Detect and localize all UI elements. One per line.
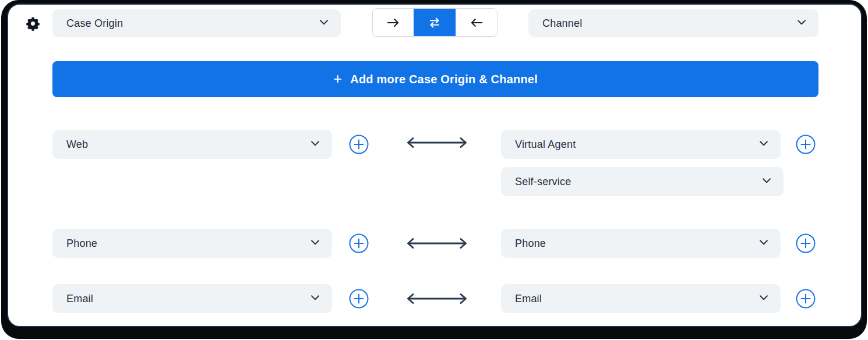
email-target-select[interactable]: Email <box>501 284 781 313</box>
chevron-down-icon <box>760 174 773 189</box>
direction-left-to-right-button[interactable] <box>373 9 414 36</box>
mapping-card: Case Origin <box>7 3 862 327</box>
arrows-swap-icon <box>427 15 442 30</box>
bidirectional-map-arrow-icon <box>404 136 470 150</box>
virtual-agent-target-label: Virtual Agent <box>515 139 576 151</box>
case-origin-field-label: Case Origin <box>66 17 123 30</box>
plus-circle-icon <box>796 147 816 156</box>
web-source-select[interactable]: Web <box>52 130 332 159</box>
phone-source-select[interactable]: Phone <box>52 229 332 258</box>
arrow-left-icon <box>469 15 484 30</box>
add-phone-target-value-button[interactable] <box>796 233 816 253</box>
email-target-label: Email <box>515 293 542 305</box>
email-source-label: Email <box>66 293 93 305</box>
plus-circle-icon <box>349 246 369 255</box>
plus-circle-icon <box>796 302 816 310</box>
plus-icon: + <box>333 71 342 86</box>
chevron-down-icon <box>757 236 770 251</box>
mapping-direction-toggle <box>372 8 497 37</box>
phone-target-select[interactable]: Phone <box>501 229 781 258</box>
chevron-down-icon <box>317 16 330 31</box>
add-email-target-value-button[interactable] <box>796 289 816 309</box>
panel-frame: Case Origin <box>1 0 867 339</box>
bidirectional-map-arrow-icon <box>404 292 470 306</box>
add-more-mapping-button[interactable]: + Add more Case Origin & Channel <box>52 61 818 97</box>
channel-field-label: Channel <box>542 17 582 30</box>
chevron-down-icon <box>309 236 322 251</box>
add-phone-source-value-button[interactable] <box>349 233 369 253</box>
case-origin-field-select[interactable]: Case Origin <box>52 9 341 37</box>
phone-target-label: Phone <box>515 238 546 250</box>
plus-circle-icon <box>349 302 369 310</box>
web-source-label: Web <box>66 139 88 151</box>
chevron-down-icon <box>309 291 322 306</box>
plus-circle-icon <box>349 147 369 156</box>
direction-right-to-left-button[interactable] <box>456 9 497 36</box>
plus-circle-icon <box>796 246 816 255</box>
chevron-down-icon <box>309 137 322 152</box>
bidirectional-map-arrow-icon <box>404 236 470 250</box>
settings-button[interactable] <box>23 14 42 33</box>
add-channel-value-button[interactable] <box>796 134 816 154</box>
email-source-select[interactable]: Email <box>52 284 332 313</box>
chevron-down-icon <box>795 16 808 31</box>
add-more-mapping-label: Add more Case Origin & Channel <box>350 73 538 86</box>
add-email-source-value-button[interactable] <box>349 289 369 309</box>
virtual-agent-target-select[interactable]: Virtual Agent <box>501 130 781 159</box>
direction-bidirectional-button[interactable] <box>414 9 455 36</box>
arrow-right-icon <box>386 15 401 30</box>
chevron-down-icon <box>757 291 770 306</box>
add-web-value-button[interactable] <box>349 134 369 154</box>
gear-icon <box>25 16 41 31</box>
self-service-target-label: Self-service <box>515 176 571 188</box>
chevron-down-icon <box>757 137 770 152</box>
self-service-target-select[interactable]: Self-service <box>501 167 784 196</box>
phone-source-label: Phone <box>66 238 97 250</box>
channel-field-select[interactable]: Channel <box>528 9 818 37</box>
